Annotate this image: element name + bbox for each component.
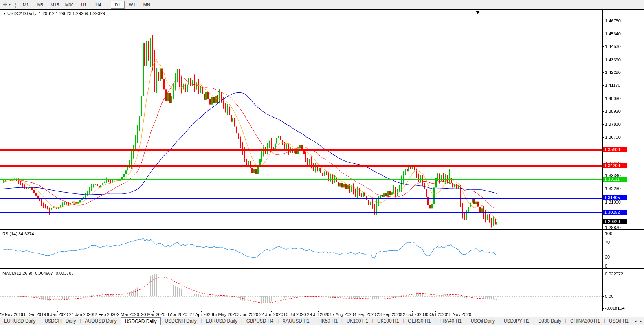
symbol-tab-bar: EURUSD Daily|USDCHF Daily|AUDUSD DailyUS… <box>0 317 644 325</box>
date-axis-label: 4 Sep 2020 <box>354 312 376 317</box>
rsi-axis-tick: 100 <box>605 231 612 236</box>
toolbar-grip <box>15 2 16 8</box>
chart-ohlc-values: 1.29612 1.29623 1.29269 1.29329 <box>39 11 105 16</box>
price-axis-tick: 1.28870 <box>605 225 621 230</box>
date-axis-label: 18 Nov 2020 <box>447 312 471 317</box>
price-axis-tick: 1.45640 <box>605 31 621 36</box>
collapse-chart-icon[interactable]: ▼ <box>3 12 6 15</box>
tab-uk100-h1[interactable]: UK100 H1 <box>343 317 372 325</box>
level-price-chip: 1.31405 <box>603 195 627 200</box>
price-axis-tick: 1.42280 <box>605 70 621 75</box>
price-axis-tick: 1.43390 <box>605 57 621 62</box>
timeframe-button-h4[interactable]: H4 <box>92 1 105 9</box>
timeframe-buttons: M1M5M15M30H1H4D1W1MN <box>18 1 154 9</box>
price-axis-tick: 1.40030 <box>605 96 621 101</box>
tab-eurusd-daily[interactable]: EURUSD Daily <box>202 317 241 325</box>
tab-uk100-h1[interactable]: UK100 H1 <box>373 317 403 325</box>
tab-scroll-left-icon[interactable]: ◂ <box>633 317 638 325</box>
level-price-chip: 1.35606 <box>603 147 627 152</box>
chart-title: ▼USDCAD,Daily 1.29612 1.29623 1.29269 1.… <box>3 11 105 16</box>
timeframe-button-w1[interactable]: W1 <box>125 1 139 9</box>
date-axis-label: 22 Jun 2020 <box>259 312 283 317</box>
date-axis-label: 23 Sep 2020 <box>377 312 401 317</box>
price-axis-tick: 1.44530 <box>605 44 621 49</box>
date-axis-label: 17 Aug 2020 <box>330 312 354 317</box>
timeframe-button-m5[interactable]: M5 <box>33 1 47 9</box>
date-axis-label: 6 Jan 2020 <box>47 312 68 317</box>
level-price-chip: 1.30152 <box>603 210 627 215</box>
cursor-tool-icon: ✛ <box>3 2 7 7</box>
date-axis-label: 15 May 2020 <box>212 312 237 317</box>
price-axis-tick: 1.36700 <box>605 135 621 140</box>
rsi-indicator-label: RSI(14) 34.6374 <box>2 231 34 236</box>
timeframe-button-m30[interactable]: M30 <box>62 1 76 9</box>
tab-ger30-h1[interactable]: GER30 H1 <box>404 317 435 325</box>
tab-usdjpy-h1[interactable]: USDJPY H1 <box>500 317 534 325</box>
chart-symbol-label: USDCAD,Daily <box>7 11 37 16</box>
date-axis-label: 12 Oct 2020 <box>400 312 424 317</box>
level-price-chip: 1.34206 <box>603 163 627 168</box>
tab-usoil-h1[interactable]: USOil H1 <box>605 317 633 325</box>
date-axis-label: 27 Apr 2020 <box>189 312 213 317</box>
tab-audusd-daily[interactable]: AUDUSD Daily <box>81 317 121 325</box>
timeframe-button-mn[interactable]: MN <box>140 1 154 9</box>
timeframe-toolbar: ✛ ▼ M1M5M15M30H1H4D1W1MN <box>0 0 644 9</box>
tab-china300-h1[interactable]: CHINA300 H1 <box>566 317 604 325</box>
chevron-down-icon[interactable]: ▼ <box>8 3 11 6</box>
rsi-axis-tick: 70 <box>605 240 610 244</box>
tab-usdchf-daily[interactable]: USDCHF Daily <box>40 317 80 325</box>
tab-scroll-right-icon[interactable]: ▸ <box>638 317 644 325</box>
price-axis-tick: 1.38920 <box>605 109 621 114</box>
toolbar-divider <box>108 1 108 8</box>
tab-eurusd-daily[interactable]: EURUSD Daily <box>0 317 40 325</box>
date-axis-label: 24 Jan 2020 <box>69 312 93 317</box>
tab-hk50-h1[interactable]: HK50 H1 <box>314 317 341 325</box>
tab-dj30-daily[interactable]: DJ30 Daily <box>534 317 565 325</box>
date-axis-label: 30 Oct 2020 <box>424 312 447 317</box>
tab-fra40-h1[interactable]: FRA40 H1 <box>436 317 466 325</box>
macd-indicator-label: MACD(12,26,9) -0.004967 -0.003786 <box>2 271 74 275</box>
tab-gbpusd-h4[interactable]: GBPUSD H4 <box>242 317 277 325</box>
level-price-chip: 1.33011 <box>603 177 627 182</box>
macd-axis-tick: -0.018154 <box>605 306 625 310</box>
cursor-tool-button[interactable]: ✛ ▼ <box>2 1 13 8</box>
tab-usdcnh-daily[interactable]: USDCNH Daily <box>161 317 200 325</box>
timeframe-button-m1[interactable]: M1 <box>19 1 33 9</box>
mt4-terminal: ✛ ▼ M1M5M15M30H1H4D1W1MN ▼USDCAD,Daily 1… <box>0 0 644 325</box>
date-axis-label: 10 Jul 2020 <box>284 312 306 317</box>
rsi-axis-tick: 30 <box>605 255 610 259</box>
current-price-chip: 1.29329 <box>603 219 627 224</box>
timeframe-button-m15[interactable]: M15 <box>48 1 62 9</box>
price-axis-tick: 1.37810 <box>605 122 621 127</box>
price-axis-tick: 1.32230 <box>605 186 621 191</box>
date-axis-label: 3 Jun 2020 <box>237 312 258 317</box>
date-axis-label: 29 Jul 2020 <box>307 312 330 317</box>
tab-usdcad-daily[interactable]: USDCAD Daily <box>121 317 161 325</box>
date-axis-label: 8 Apr 2020 <box>166 312 187 317</box>
date-axis-label: 20 Mar 2020 <box>141 312 165 317</box>
tab-usoil-daily[interactable]: USOil Daily <box>467 317 499 325</box>
date-axis-label: 18 Dec 2019 <box>22 312 46 317</box>
tab-xauusd-h1[interactable]: XAUUSD H1 <box>279 317 314 325</box>
timeframe-button-d1[interactable]: D1 <box>111 1 125 9</box>
macd-axis-tick: 0.032972 <box>605 272 623 276</box>
price-axis-tick: 1.41170 <box>605 83 620 88</box>
macd-axis-tick: 0.00 <box>605 294 613 299</box>
price-axis-tick: 1.46750 <box>605 18 621 23</box>
date-axis-label: 12 Feb 2020 <box>92 312 117 317</box>
rsi-axis-tick: 0 <box>605 264 607 268</box>
price-chart-canvas[interactable] <box>0 0 644 325</box>
timeframe-button-h1[interactable]: H1 <box>77 1 91 9</box>
date-axis-label: 29 Nov 2019 <box>0 312 23 317</box>
date-axis-label: 2 Mar 2020 <box>117 312 139 317</box>
